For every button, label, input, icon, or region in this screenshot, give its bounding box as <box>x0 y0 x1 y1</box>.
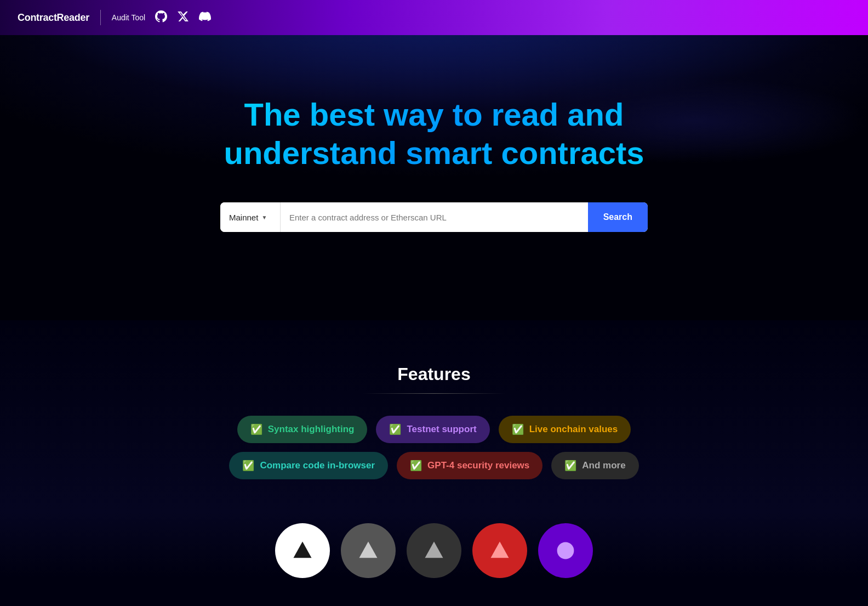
nav-links: Audit Tool <box>112 10 211 25</box>
chevron-down-icon: ▼ <box>261 214 267 220</box>
network-label: Mainnet <box>229 213 258 222</box>
check-icon-testnet: ✅ <box>389 423 401 435</box>
feature-compare-code[interactable]: ✅ Compare code in-browser <box>229 452 388 479</box>
feature-syntax-label: Syntax highlighting <box>268 424 355 435</box>
feature-syntax-highlighting[interactable]: ✅ Syntax highlighting <box>237 416 368 443</box>
logo-3 <box>407 523 461 578</box>
hero-title: The best way to read and understand smar… <box>224 95 644 172</box>
nav-divider <box>100 10 101 25</box>
feature-compare-label: Compare code in-browser <box>260 460 375 471</box>
feature-gpt4-security[interactable]: ✅ GPT-4 security reviews <box>397 452 542 479</box>
check-icon-onchain: ✅ <box>512 423 524 435</box>
svg-marker-1 <box>359 542 378 558</box>
features-title: Features <box>397 364 470 384</box>
logo-1 <box>275 523 330 578</box>
feature-testnet-support[interactable]: ✅ Testnet support <box>376 416 489 443</box>
features-divider <box>363 393 505 394</box>
audit-tool-link[interactable]: Audit Tool <box>112 13 145 22</box>
svg-marker-2 <box>425 542 443 558</box>
check-icon-gpt4: ✅ <box>410 460 422 472</box>
github-icon[interactable] <box>155 10 167 25</box>
navbar: ContractReader Audit Tool <box>0 0 868 35</box>
svg-point-4 <box>557 542 574 559</box>
check-icon-more: ✅ <box>564 460 576 472</box>
logo-2 <box>341 523 396 578</box>
feature-more-label: And more <box>582 460 625 471</box>
logo-4 <box>472 523 527 578</box>
features-row-1: ✅ Syntax highlighting ✅ Testnet support … <box>237 416 631 443</box>
check-icon-syntax: ✅ <box>250 423 262 435</box>
feature-onchain-label: Live onchain values <box>529 424 618 435</box>
logos-section <box>0 512 868 578</box>
logo-5 <box>538 523 593 578</box>
network-selector[interactable]: Mainnet ▼ <box>220 202 281 232</box>
check-icon-compare: ✅ <box>242 460 254 472</box>
features-grid: ✅ Syntax highlighting ✅ Testnet support … <box>229 416 638 479</box>
feature-testnet-label: Testnet support <box>407 424 476 435</box>
features-section: Features ✅ Syntax highlighting ✅ Testnet… <box>0 320 868 512</box>
site-logo[interactable]: ContractReader <box>18 12 89 24</box>
search-bar: Mainnet ▼ Search <box>220 202 648 232</box>
search-button[interactable]: Search <box>588 202 648 232</box>
search-input[interactable] <box>281 202 588 232</box>
twitter-icon[interactable] <box>177 10 189 25</box>
svg-marker-0 <box>294 542 312 558</box>
svg-marker-3 <box>491 542 509 558</box>
feature-gpt4-label: GPT-4 security reviews <box>427 460 529 471</box>
hero-section: The best way to read and understand smar… <box>0 35 868 320</box>
discord-icon[interactable] <box>199 10 211 25</box>
feature-live-onchain[interactable]: ✅ Live onchain values <box>499 416 631 443</box>
feature-and-more[interactable]: ✅ And more <box>551 452 638 479</box>
features-row-2: ✅ Compare code in-browser ✅ GPT-4 securi… <box>229 452 638 479</box>
